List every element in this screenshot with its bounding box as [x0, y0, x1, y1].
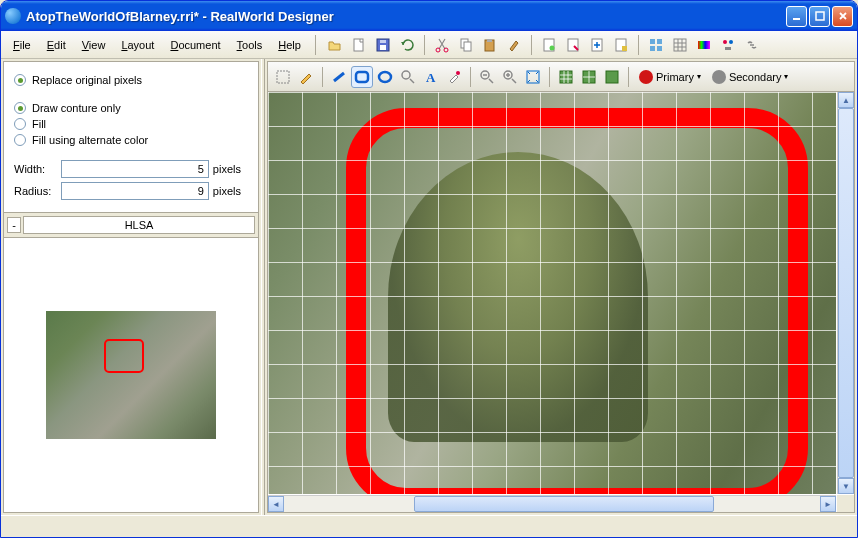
copy-icon[interactable] — [455, 34, 477, 56]
pencil-tool-icon[interactable] — [295, 66, 317, 88]
svg-rect-20 — [650, 46, 655, 51]
zoomin-icon[interactable] — [499, 66, 521, 88]
radio-draw-contour[interactable]: Draw conture only — [14, 102, 248, 114]
primary-swatch-icon — [639, 70, 653, 84]
svg-point-24 — [723, 40, 727, 44]
splitter[interactable] — [261, 59, 265, 515]
text-tool-icon[interactable]: A — [420, 66, 442, 88]
horizontal-scrollbar[interactable]: ◄ ► — [268, 495, 836, 512]
new-icon[interactable] — [348, 34, 370, 56]
radio-fill[interactable]: Fill — [14, 118, 248, 130]
paste-icon[interactable] — [479, 34, 501, 56]
maximize-button[interactable] — [809, 6, 830, 27]
scroll-left-button[interactable]: ◄ — [268, 496, 284, 512]
hlsa-collapse-button[interactable]: - — [7, 217, 21, 233]
v-scroll-track[interactable] — [838, 108, 854, 478]
grid-toggle-3-icon[interactable] — [601, 66, 623, 88]
doc2-icon[interactable] — [562, 34, 584, 56]
vertical-scrollbar[interactable]: ▲ ▼ — [837, 92, 854, 494]
wizard-icon[interactable] — [717, 34, 739, 56]
line-tool-icon[interactable] — [328, 66, 350, 88]
tool-options: Replace original pixels Draw conture onl… — [4, 62, 258, 212]
link-icon[interactable] — [741, 34, 763, 56]
grid-toggle-2-icon[interactable] — [578, 66, 600, 88]
canvas-panel: A Primary ▾ Secondary — [267, 61, 855, 513]
grid1-icon[interactable] — [645, 34, 667, 56]
color-icon[interactable] — [693, 34, 715, 56]
width-input[interactable] — [61, 160, 209, 178]
secondary-color-button[interactable]: Secondary ▾ — [707, 67, 794, 87]
svg-rect-38 — [606, 71, 618, 83]
v-scroll-thumb[interactable] — [838, 108, 854, 478]
grid2-icon[interactable] — [669, 34, 691, 56]
menubar: File Edit View Layout Document Tools Hel… — [1, 31, 857, 59]
hlsa-tab[interactable]: HLSA — [23, 216, 255, 234]
width-unit: pixels — [213, 163, 248, 175]
width-label: Width: — [14, 163, 61, 175]
h-scroll-track[interactable] — [284, 496, 820, 512]
svg-rect-9 — [464, 42, 471, 51]
grid-toggle-1-icon[interactable] — [555, 66, 577, 88]
main-toolbar — [324, 34, 763, 56]
primary-color-button[interactable]: Primary ▾ — [634, 67, 706, 87]
svg-text:A: A — [426, 70, 436, 85]
menu-help[interactable]: Help — [272, 36, 307, 54]
ellipse-tool-icon[interactable] — [374, 66, 396, 88]
scroll-right-button[interactable]: ► — [820, 496, 836, 512]
svg-rect-4 — [380, 45, 386, 50]
secondary-swatch-icon — [712, 70, 726, 84]
svg-point-29 — [379, 72, 391, 82]
svg-rect-18 — [650, 39, 655, 44]
statusbar — [1, 515, 857, 537]
select-tool-icon[interactable] — [272, 66, 294, 88]
menu-tools[interactable]: Tools — [231, 36, 269, 54]
svg-rect-26 — [725, 47, 731, 50]
svg-point-7 — [444, 48, 448, 52]
doc1-icon[interactable] — [538, 34, 560, 56]
radius-unit: pixels — [213, 185, 248, 197]
fit-icon[interactable] — [522, 66, 544, 88]
svg-rect-28 — [356, 72, 368, 82]
scroll-down-button[interactable]: ▼ — [838, 478, 854, 494]
menu-document[interactable]: Document — [164, 36, 226, 54]
cut-icon[interactable] — [431, 34, 453, 56]
doc4-icon[interactable] — [610, 34, 632, 56]
picker-tool-icon[interactable] — [443, 66, 465, 88]
radio-fill-alternate[interactable]: Fill using alternate color — [14, 134, 248, 146]
radius-input[interactable] — [61, 182, 209, 200]
window-title: AtopTheWorldOfBlarney.rri* - RealWorld D… — [26, 9, 786, 24]
pixel-grid-overlay — [268, 92, 836, 494]
preview-image — [46, 311, 216, 439]
svg-point-32 — [456, 71, 460, 75]
svg-rect-5 — [380, 40, 386, 43]
svg-rect-11 — [487, 39, 492, 42]
titlebar[interactable]: AtopTheWorldOfBlarney.rri* - RealWorld D… — [1, 1, 857, 31]
zoomout-icon[interactable] — [476, 66, 498, 88]
preview-panel[interactable] — [4, 238, 258, 512]
canvas-viewport: ◄ ► ▲ ▼ — [268, 92, 854, 512]
h-scroll-thumb[interactable] — [414, 496, 714, 512]
svg-rect-0 — [793, 18, 800, 20]
close-button[interactable] — [832, 6, 853, 27]
radio-replace-pixels[interactable]: Replace original pixels — [14, 74, 248, 86]
brush-icon[interactable] — [503, 34, 525, 56]
menu-layout[interactable]: Layout — [115, 36, 160, 54]
app-window: AtopTheWorldOfBlarney.rri* - RealWorld D… — [0, 0, 858, 538]
scroll-up-button[interactable]: ▲ — [838, 92, 854, 108]
menu-view[interactable]: View — [76, 36, 112, 54]
svg-rect-21 — [657, 46, 662, 51]
open-icon[interactable] — [324, 34, 346, 56]
svg-point-30 — [402, 71, 410, 79]
save-icon[interactable] — [372, 34, 394, 56]
roundrect-tool-icon[interactable] — [351, 66, 373, 88]
canvas[interactable] — [268, 92, 836, 494]
minimize-button[interactable] — [786, 6, 807, 27]
undo-icon[interactable] — [396, 34, 418, 56]
svg-point-6 — [436, 48, 440, 52]
magnify-tool-icon[interactable] — [397, 66, 419, 88]
menu-edit[interactable]: Edit — [41, 36, 72, 54]
doc3-icon[interactable] — [586, 34, 608, 56]
menu-file[interactable]: File — [7, 36, 37, 54]
app-icon — [5, 8, 21, 24]
svg-rect-2 — [354, 39, 363, 51]
